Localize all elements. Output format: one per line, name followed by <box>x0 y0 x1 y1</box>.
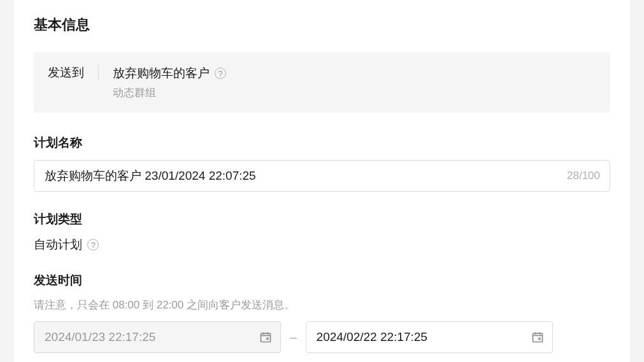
send-time-label: 发送时间 <box>34 272 610 289</box>
send-to-box: 发送到 放弃购物车的客户 ? 动态群组 <box>34 52 610 113</box>
plan-type-value-row: 自动计划 ? <box>34 236 610 253</box>
plan-name-input[interactable] <box>34 160 610 192</box>
plan-type-block: 计划类型 自动计划 ? <box>34 211 610 253</box>
end-date-wrap <box>306 321 553 353</box>
help-icon[interactable]: ? <box>215 68 226 79</box>
plan-name-input-wrap: 28/100 <box>34 160 610 192</box>
date-range: – <box>34 321 610 353</box>
send-to-value-text: 放弃购物车的客户 <box>113 65 210 82</box>
start-date-wrap <box>34 321 281 353</box>
plan-name-block: 计划名称 28/100 <box>34 134 610 192</box>
send-to-subtext: 动态群组 <box>113 85 226 100</box>
plan-name-label: 计划名称 <box>34 134 610 151</box>
help-icon[interactable]: ? <box>87 239 99 250</box>
end-date-input[interactable] <box>306 321 553 353</box>
plan-type-label: 计划类型 <box>34 211 610 228</box>
form-panel: 基本信息 发送到 放弃购物车的客户 ? 动态群组 计划名称 28/100 计划类… <box>13 0 631 362</box>
send-to-value-row: 放弃购物车的客户 ? <box>113 65 226 82</box>
plan-type-value: 自动计划 <box>34 236 82 253</box>
send-time-block: 发送时间 请注意，只会在 08:00 到 22:00 之间向客户发送消息。 – <box>34 272 610 353</box>
send-to-value: 放弃购物车的客户 ? 动态群组 <box>99 65 226 100</box>
send-time-note: 请注意，只会在 08:00 到 22:00 之间向客户发送消息。 <box>34 298 610 312</box>
section-title: 基本信息 <box>34 15 610 34</box>
date-range-separator: – <box>290 330 297 344</box>
start-date-input <box>34 321 281 353</box>
send-to-label: 发送到 <box>48 65 99 80</box>
